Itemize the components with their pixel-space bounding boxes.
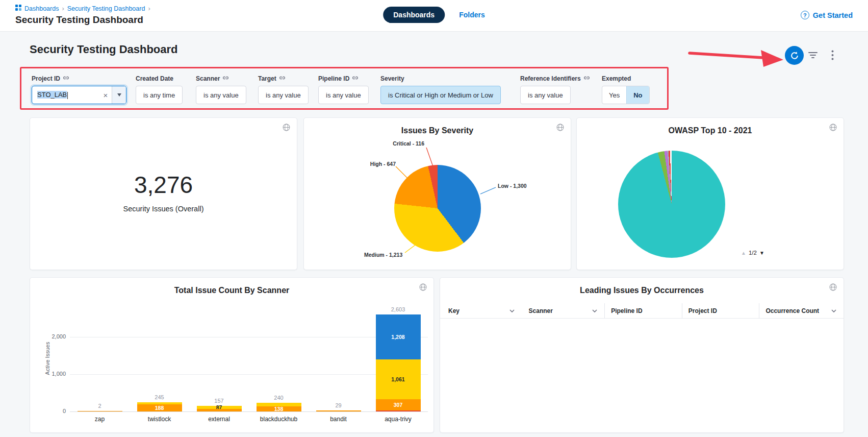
page-up-icon[interactable]: ▲ bbox=[741, 250, 746, 256]
bar-aqua-trivy[interactable]: 2,6031,2081,061307 bbox=[368, 307, 428, 411]
bar-blackduckhub[interactable]: 240138 bbox=[249, 307, 309, 411]
bar-segment-value: 138 bbox=[274, 406, 284, 412]
globe-icon[interactable] bbox=[282, 123, 291, 134]
breadcrumb-dashboards[interactable]: Dashboards bbox=[24, 5, 59, 12]
bar-segment-value: 188 bbox=[155, 405, 164, 411]
kebab-menu[interactable] bbox=[831, 50, 834, 62]
exempted-yes-option[interactable]: Yes bbox=[602, 86, 626, 104]
refresh-button[interactable] bbox=[785, 46, 804, 65]
filter-exempted: Exempted Yes No bbox=[602, 75, 650, 104]
project-id-value[interactable]: STO_LAB bbox=[37, 91, 99, 99]
bar-segment[interactable]: 1,061 bbox=[376, 359, 421, 399]
filter-exempted-label: Exempted bbox=[602, 75, 631, 82]
bar-segment[interactable] bbox=[197, 409, 242, 411]
metric-value: 3,276 bbox=[30, 171, 297, 199]
bar-category-label: external bbox=[189, 416, 249, 423]
link-icon bbox=[222, 75, 229, 83]
screen: Dashboards › Security Testing Dashboard … bbox=[0, 0, 868, 437]
bar-external[interactable]: 15787 bbox=[189, 307, 249, 411]
chart-title: Issues By Severity bbox=[304, 126, 571, 135]
filter-project-id-label: Project ID bbox=[32, 75, 60, 82]
tile-total-issue-count-by-scanner: Total Issue Count By Scanner Active Issu… bbox=[30, 277, 434, 433]
filter-target: Target is any value bbox=[258, 75, 309, 104]
bar-chart-bars: 224518815787240138292,6031,2081,061307 bbox=[70, 307, 428, 411]
severity-pie-chart[interactable] bbox=[394, 165, 481, 252]
reference-identifiers-filter-button[interactable]: is any value bbox=[520, 86, 571, 104]
bar-bandit[interactable]: 29 bbox=[309, 307, 368, 411]
chevron-down-icon bbox=[117, 93, 121, 96]
filter-reference-identifiers: Reference Identifiers is any value bbox=[520, 75, 590, 104]
filter-icon[interactable] bbox=[808, 51, 818, 61]
breadcrumb-separator-icon: › bbox=[148, 5, 150, 12]
tab-folders[interactable]: Folders bbox=[459, 11, 485, 19]
bar-segment[interactable]: 1,208 bbox=[376, 314, 421, 359]
bar-twistlock[interactable]: 245188 bbox=[130, 307, 189, 411]
project-id-combobox[interactable]: STO_LAB × bbox=[32, 86, 126, 104]
dashboard-title: Security Testing Dashboard bbox=[30, 43, 178, 56]
breadcrumb-current[interactable]: Security Testing Dashboard bbox=[67, 5, 145, 12]
filter-target-label: Target bbox=[258, 75, 276, 82]
link-icon bbox=[352, 75, 359, 83]
pipeline-id-filter-button[interactable]: is any value bbox=[318, 86, 369, 104]
filter-pipeline-id-label: Pipeline ID bbox=[318, 75, 349, 82]
bar-segment[interactable]: 307 bbox=[376, 399, 421, 410]
bar-category-label: blackduckhub bbox=[249, 416, 309, 423]
bar-segment[interactable]: 138 bbox=[257, 406, 301, 411]
pie-label-low: Low - 1,300 bbox=[498, 183, 527, 189]
created-date-filter-button[interactable]: is any time bbox=[136, 86, 183, 104]
pie-label-high: High - 647 bbox=[353, 161, 396, 167]
bar-total-label: 240 bbox=[274, 395, 283, 401]
column-header-scanner[interactable]: Scanner bbox=[522, 303, 605, 318]
link-icon bbox=[279, 75, 286, 83]
axis-baseline bbox=[70, 411, 428, 412]
clear-icon[interactable]: × bbox=[99, 91, 112, 100]
sort-chevron-icon[interactable] bbox=[831, 309, 836, 312]
bar-segment[interactable] bbox=[316, 410, 361, 411]
bar-category-label: zap bbox=[70, 416, 130, 423]
bar-segment[interactable] bbox=[376, 410, 421, 411]
bar-total-label: 245 bbox=[155, 394, 164, 400]
sort-chevron-icon[interactable] bbox=[592, 309, 597, 312]
page-down-icon[interactable]: ▼ bbox=[759, 250, 764, 256]
link-icon bbox=[63, 75, 69, 83]
target-filter-button[interactable]: is any value bbox=[258, 86, 309, 104]
owasp-pie-chart[interactable] bbox=[618, 151, 725, 258]
severity-filter-button[interactable]: is Critical or High or Medium or Low bbox=[380, 86, 501, 104]
page-indicator: 1/2 bbox=[749, 250, 757, 256]
bar-category-label: aqua-trivy bbox=[368, 416, 428, 423]
bar-segment-value: 1,061 bbox=[391, 377, 404, 382]
filter-scanner: Scanner is any value bbox=[196, 75, 246, 104]
y-tick: 2,000 bbox=[43, 333, 66, 339]
tab-dashboards[interactable]: Dashboards bbox=[383, 7, 445, 23]
y-tick: 0 bbox=[43, 408, 66, 414]
pie-label-critical: Critical - 116 bbox=[365, 140, 424, 147]
chart-title: Total Issue Count By Scanner bbox=[30, 286, 433, 295]
filter-created-date-label: Created Date bbox=[136, 75, 173, 82]
chart-pagination: ▲ 1/2 ▼ bbox=[741, 250, 764, 256]
filter-created-date: Created Date is any time bbox=[136, 75, 183, 104]
chart-title: OWASP Top 10 - 2021 bbox=[577, 126, 844, 135]
sort-chevron-icon[interactable] bbox=[509, 309, 515, 312]
bar-segment[interactable]: 188 bbox=[137, 404, 182, 411]
exempted-toggle: Yes No bbox=[602, 86, 650, 104]
filter-reference-identifiers-label: Reference Identifiers bbox=[520, 75, 581, 82]
bar-segment[interactable] bbox=[78, 411, 122, 411]
bar-chart-categories: zaptwistlockexternalblackduckhubbanditaq… bbox=[70, 416, 428, 423]
filter-severity-label: Severity bbox=[380, 75, 404, 82]
filter-scanner-label: Scanner bbox=[196, 75, 220, 82]
bar-total-label: 2 bbox=[98, 403, 101, 409]
exempted-no-option[interactable]: No bbox=[626, 86, 649, 104]
column-header-key[interactable]: Key bbox=[440, 303, 522, 318]
dropdown-toggle[interactable] bbox=[112, 86, 126, 104]
bar-category-label: bandit bbox=[309, 416, 368, 423]
dashboards-grid-icon bbox=[15, 5, 21, 12]
bar-total-label: 157 bbox=[214, 398, 223, 404]
scanner-filter-button[interactable]: is any value bbox=[196, 86, 246, 104]
y-tick: 1,000 bbox=[43, 371, 66, 377]
bar-segment-value: 1,208 bbox=[391, 334, 404, 340]
column-header-occurrence-count[interactable]: Occurrence Count bbox=[759, 303, 844, 318]
filter-project-id: Project ID STO_LAB × bbox=[32, 75, 126, 104]
bar-zap[interactable]: 2 bbox=[70, 307, 130, 411]
get-started-link[interactable]: ? Get Started bbox=[801, 11, 853, 19]
breadcrumb: Dashboards › Security Testing Dashboard … bbox=[15, 5, 150, 12]
